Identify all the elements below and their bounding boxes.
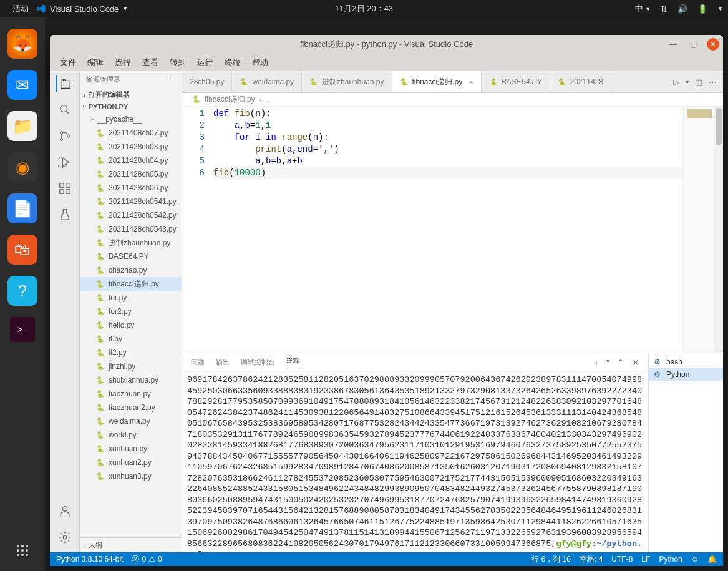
ubuntu-software-icon[interactable]: 🛍 [7, 235, 37, 265]
tab-weidaima.py[interactable]: 🐍weidaima.py [232, 71, 302, 92]
files-icon[interactable]: 📁 [7, 111, 37, 141]
file-20211428ch03.py[interactable]: 🐍20211428ch03.py [80, 140, 182, 154]
file-tiaozhuan.py[interactable]: 🐍tiaozhuan.py [80, 387, 182, 401]
close-panel-icon[interactable]: ✕ [632, 358, 639, 368]
bell-icon[interactable]: 🔔 [707, 555, 717, 564]
menu-编辑[interactable]: 编辑 [82, 56, 109, 69]
volume-icon[interactable]: 🔊 [677, 4, 687, 14]
window-titlebar[interactable]: fibnacci递归.py - python.py - Visual Studi… [50, 35, 723, 54]
file-xunhuan.py[interactable]: 🐍xunhuan.py [80, 442, 182, 456]
folder-pycache[interactable]: › __pycache__ [80, 112, 182, 126]
minimap[interactable] [683, 107, 714, 353]
chevron-down-icon[interactable]: ▼ [717, 6, 723, 12]
debug-icon[interactable] [56, 154, 74, 171]
activities-button[interactable]: 活动 [5, 3, 36, 14]
close-button[interactable]: ✕ [707, 38, 719, 51]
thunderbird-icon[interactable]: ✉ [7, 70, 37, 100]
show-apps-icon[interactable] [15, 543, 30, 560]
file-BASE64.PY[interactable]: 🐍BASE64.PY [80, 250, 182, 263]
close-icon[interactable]: × [468, 77, 473, 87]
file-20211428ch05.py[interactable]: 🐍20211428ch05.py [80, 167, 182, 181]
file-tiaozhuan2.py[interactable]: 🐍tiaozhuan2.py [80, 401, 182, 414]
file-20211428ch0542.py[interactable]: 🐍20211428ch0542.py [80, 208, 182, 222]
menu-文件[interactable]: 文件 [55, 56, 81, 69]
tab-fibnacci递归.py[interactable]: 🐍fibnacci递归.py× [392, 71, 482, 92]
tab-BASE64.PY[interactable]: 🐍BASE64.PY [482, 71, 550, 92]
file-world.py[interactable]: 🐍world.py [80, 428, 182, 442]
menu-转到[interactable]: 转到 [165, 56, 191, 69]
file-hello.py[interactable]: 🐍hello.py [80, 318, 182, 332]
more-icon[interactable]: ⋯ [168, 76, 175, 84]
file-20211408ch07.py[interactable]: 🐍20211408ch07.py [80, 126, 182, 140]
tab-进制zhaunhuan.py[interactable]: 🐍进制zhaunhuan.py [302, 71, 392, 92]
menu-运行[interactable]: 运行 [192, 56, 218, 69]
file-xunhuan2.py[interactable]: 🐍xunhuan2.py [80, 456, 182, 469]
chevron-down-icon[interactable]: ▾ [686, 79, 689, 85]
network-icon[interactable]: ⇅ [661, 4, 667, 14]
file-shuixianhua.py[interactable]: 🐍shuixianhua.py [80, 373, 182, 387]
file-进制zhaunhuan.py[interactable]: 🐍进制zhaunhuan.py [80, 236, 182, 250]
new-terminal-icon[interactable]: + [594, 358, 599, 368]
terminal-icon[interactable]: >_ [10, 317, 35, 342]
status-python[interactable]: Python 3.8.10 64-bit [56, 555, 123, 564]
run-icon[interactable]: ▷ [673, 77, 679, 87]
explorer-icon[interactable] [56, 75, 74, 92]
chevron-down-icon[interactable]: ▾ [606, 358, 609, 368]
libreoffice-icon[interactable]: 📄 [7, 193, 37, 223]
gear-icon[interactable] [56, 529, 74, 546]
file-chazhao.py[interactable]: 🐍chazhao.py [80, 263, 182, 277]
more-icon[interactable]: ⋯ [709, 77, 717, 87]
file-weidaima.py[interactable]: 🐍weidaima.py [80, 414, 182, 428]
status-eol[interactable]: LF [641, 555, 650, 564]
menu-查看[interactable]: 查看 [137, 56, 163, 69]
status-problems[interactable]: ⓧ0 ⚠0 [132, 554, 162, 565]
split-editor-icon[interactable]: ◫ [695, 77, 702, 87]
status-language[interactable]: Python [659, 555, 682, 564]
input-method[interactable]: 中 ▼ [635, 3, 651, 14]
file-jinzhi.py[interactable]: 🐍jinzhi.py [80, 359, 182, 373]
search-icon[interactable] [56, 101, 74, 119]
tab-debug-console[interactable]: 调试控制台 [241, 358, 275, 367]
file-for2.py[interactable]: 🐍for2.py [80, 305, 182, 318]
code-editor[interactable]: 123456 def fib(n): a,b=1,1 for i in rang… [182, 107, 723, 353]
tab-problems[interactable]: 问题 [191, 358, 205, 367]
file-20211428ch0543.py[interactable]: 🐍20211428ch0543.py [80, 222, 182, 236]
file-if.py[interactable]: 🐍if.py [80, 332, 182, 346]
extensions-icon[interactable] [56, 180, 74, 197]
tab-terminal[interactable]: 终端 [286, 356, 300, 369]
testing-icon[interactable] [56, 206, 74, 223]
menu-终端[interactable]: 终端 [220, 56, 246, 69]
scrollbar[interactable] [714, 107, 723, 353]
tab-28ch05.py[interactable]: 28ch05.py [182, 71, 232, 92]
status-encoding[interactable]: UTF-8 [611, 555, 633, 564]
file-for.py[interactable]: 🐍for.py [80, 291, 182, 305]
terminal-session-Python[interactable]: ⚙Python [649, 368, 723, 381]
file-fibnacci递归.py[interactable]: 🐍fibnacci递归.py [80, 277, 182, 291]
file-20211428ch0541.py[interactable]: 🐍20211428ch0541.py [80, 195, 182, 208]
feedback-icon[interactable]: ☺ [691, 555, 699, 564]
file-xunhuan3.py[interactable]: 🐍xunhuan3.py [80, 469, 182, 483]
minimize-button[interactable]: — [667, 38, 679, 51]
battery-icon[interactable]: 🔋 [697, 4, 707, 14]
outline-section[interactable]: › 大纲 [80, 537, 182, 552]
tab-output[interactable]: 输出 [216, 358, 230, 367]
terminal[interactable]: 9691784263786242128352581128205163702980… [182, 372, 648, 552]
menu-选择[interactable]: 选择 [110, 56, 136, 69]
tab-20211428[interactable]: 🐍20211428 [550, 71, 611, 92]
account-icon[interactable] [56, 502, 74, 520]
file-20211428ch06.py[interactable]: 🐍20211428ch06.py [80, 181, 182, 195]
firefox-icon[interactable]: 🦊 [7, 29, 37, 59]
terminal-session-bash[interactable]: ⚙bash [649, 356, 723, 368]
breadcrumb[interactable]: 🐍 fibnacci递归.py › … [182, 93, 723, 107]
status-cursor-position[interactable]: 行 6，列 10 [531, 554, 571, 565]
app-menu[interactable]: Visual Studio Code ▼ [36, 4, 128, 14]
file-if2.py[interactable]: 🐍if2.py [80, 346, 182, 359]
source-control-icon[interactable] [56, 127, 74, 145]
project-section[interactable]: › PYTHON.PY [80, 101, 182, 112]
code-content[interactable]: def fib(n): a,b=1,1 for i in range(n): p… [213, 107, 683, 353]
menu-帮助[interactable]: 帮助 [247, 56, 273, 69]
open-editors-section[interactable]: › 打开的编辑器 [80, 88, 182, 101]
status-indent[interactable]: 空格: 4 [580, 554, 603, 565]
maximize-button[interactable]: ▢ [687, 38, 699, 51]
file-20211428ch04.py[interactable]: 🐍20211428ch04.py [80, 154, 182, 167]
